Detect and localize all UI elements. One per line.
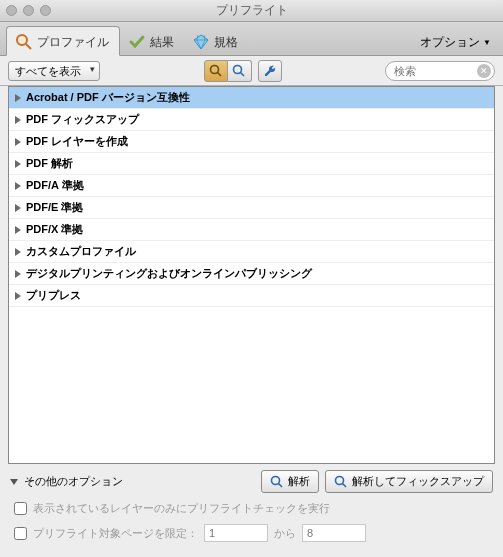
list-item-label: Acrobat / PDF バージョン互換性: [26, 90, 190, 105]
limit-pages-label: プリフライト対象ページを限定：: [33, 526, 198, 541]
list-item[interactable]: PDF/X 準拠: [9, 219, 494, 241]
disclosure-triangle-icon[interactable]: [15, 226, 21, 234]
disclosure-triangle-icon[interactable]: [15, 204, 21, 212]
disclosure-triangle-icon[interactable]: [15, 292, 21, 300]
checkmark-icon: [128, 33, 146, 51]
list-item[interactable]: PDF フィックスアップ: [9, 109, 494, 131]
pages-check-row: プリフライト対象ページを限定： から: [14, 524, 493, 542]
layers-check-row: 表示されているレイヤーのみにプリフライトチェックを実行: [14, 501, 493, 516]
zoom-window-button[interactable]: [40, 5, 51, 16]
disclosure-triangle-icon[interactable]: [15, 248, 21, 256]
profile-list[interactable]: Acrobat / PDF バージョン互換性 PDF フィックスアップ PDF …: [8, 86, 495, 464]
list-item-label: デジタルプリンティングおよびオンラインパブリッシング: [26, 266, 312, 281]
list-item[interactable]: PDF/A 準拠: [9, 175, 494, 197]
analyze-button[interactable]: 解析: [261, 470, 319, 493]
svg-line-6: [241, 72, 245, 76]
svg-point-2: [19, 37, 25, 43]
tab-results-label: 結果: [150, 34, 174, 51]
magnifier-blue-icon: [270, 475, 284, 489]
limit-pages-checkbox[interactable]: [14, 527, 27, 540]
list-item[interactable]: PDF/E 準拠: [9, 197, 494, 219]
list-item-label: PDF/A 準拠: [26, 178, 84, 193]
fixups-view-button[interactable]: [258, 60, 282, 82]
checks-view-button[interactable]: [228, 60, 252, 82]
svg-point-3: [210, 65, 218, 73]
search-clear-button[interactable]: ✕: [477, 64, 491, 78]
disclosure-triangle-icon[interactable]: [15, 94, 21, 102]
x-icon: ✕: [480, 66, 488, 76]
magnifier-small-icon: [209, 64, 223, 78]
disclosure-triangle-icon[interactable]: [15, 182, 21, 190]
magnifier-wrench-icon: [334, 475, 348, 489]
list-item-label: PDF フィックスアップ: [26, 112, 139, 127]
other-options-label: その他のオプション: [24, 474, 123, 489]
list-item[interactable]: デジタルプリンティングおよびオンラインパブリッシング: [9, 263, 494, 285]
disclosure-down-icon[interactable]: [10, 479, 18, 485]
magnifier-check-icon: [232, 64, 246, 78]
disclosure-triangle-icon[interactable]: [15, 270, 21, 278]
chevron-down-icon: ▼: [483, 38, 491, 47]
minimize-window-button[interactable]: [23, 5, 34, 16]
tab-standards-label: 規格: [214, 34, 238, 51]
window-controls: [6, 5, 51, 16]
svg-point-9: [336, 476, 344, 484]
list-item[interactable]: プリプレス: [9, 285, 494, 307]
list-item[interactable]: Acrobat / PDF バージョン互換性: [9, 87, 494, 109]
wrench-icon: [263, 64, 277, 78]
svg-line-10: [343, 483, 347, 487]
list-item-label: PDF/X 準拠: [26, 222, 83, 237]
page-from-input[interactable]: [204, 524, 268, 542]
list-item-label: PDF/E 準拠: [26, 200, 83, 215]
titlebar: プリフライト: [0, 0, 503, 22]
list-item-label: カスタムプロファイル: [26, 244, 136, 259]
list-item-label: プリプレス: [26, 288, 81, 303]
page-to-label: から: [274, 526, 296, 541]
profiles-view-button[interactable]: [204, 60, 228, 82]
window-title: プリフライト: [0, 2, 503, 19]
svg-line-1: [26, 44, 31, 49]
svg-point-7: [272, 476, 280, 484]
tab-results[interactable]: 結果: [120, 27, 184, 55]
list-item[interactable]: PDF レイヤーを作成: [9, 131, 494, 153]
svg-line-8: [279, 483, 283, 487]
search-field-wrap: ✕: [385, 61, 495, 81]
svg-point-5: [234, 65, 242, 73]
tab-profile[interactable]: プロファイル: [6, 26, 120, 56]
disclosure-triangle-icon[interactable]: [15, 116, 21, 124]
layers-checkbox[interactable]: [14, 502, 27, 515]
filter-dropdown[interactable]: すべてを表示: [8, 61, 100, 81]
svg-line-4: [217, 72, 221, 76]
list-item[interactable]: カスタムプロファイル: [9, 241, 494, 263]
disclosure-triangle-icon[interactable]: [15, 160, 21, 168]
tab-bar: プロファイル 結果 規格 オプション ▼: [0, 22, 503, 56]
options-menu-button[interactable]: オプション ▼: [414, 30, 497, 55]
close-window-button[interactable]: [6, 5, 17, 16]
list-item-label: PDF レイヤーを作成: [26, 134, 128, 149]
layers-check-label: 表示されているレイヤーのみにプリフライトチェックを実行: [33, 501, 330, 516]
view-mode-group: [204, 60, 252, 82]
footer: その他のオプション 解析 解析してフィックスアップ 表示されているレイヤーのみに…: [0, 464, 503, 542]
tab-profile-label: プロファイル: [37, 34, 109, 51]
diamond-icon: [192, 33, 210, 51]
disclosure-triangle-icon[interactable]: [15, 138, 21, 146]
analyze-label: 解析: [288, 474, 310, 489]
magnifier-icon: [15, 33, 33, 51]
analyze-fix-label: 解析してフィックスアップ: [352, 474, 484, 489]
options-label: オプション: [420, 34, 480, 51]
page-to-input[interactable]: [302, 524, 366, 542]
list-item-label: PDF 解析: [26, 156, 73, 171]
tab-standards[interactable]: 規格: [184, 27, 248, 55]
list-item[interactable]: PDF 解析: [9, 153, 494, 175]
analyze-fix-button[interactable]: 解析してフィックスアップ: [325, 470, 493, 493]
toolbar: すべてを表示 ✕: [0, 56, 503, 86]
